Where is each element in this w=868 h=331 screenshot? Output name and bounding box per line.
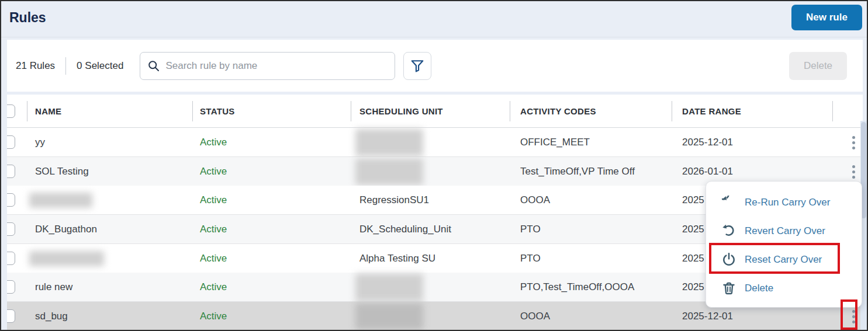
rules-count: 21 Rules [16,60,55,72]
rule-status: Active [200,157,227,186]
menu-item-label: Delete [745,283,773,294]
column-header-name[interactable]: NAME [35,95,61,128]
filter-button[interactable] [403,52,431,80]
rerun-circular-arrow-icon [722,196,736,210]
rule-status: Active [200,244,227,273]
column-header-date-range[interactable]: DATE RANGE [682,95,741,128]
rule-date-range: 2025 [682,244,704,273]
rules-screen: Rules New rule 21 Rules 0 Selected Delet… [0,0,868,331]
rule-status: Active [200,215,227,243]
redacted-rule-name [29,251,104,266]
revert-undo-arrow-icon [722,224,736,238]
row-checkbox[interactable] [7,193,15,207]
rule-status: Active [200,186,227,214]
redacted-scheduling-unit [355,303,423,330]
column-divider [672,101,672,121]
page-header: Rules New rule [1,1,867,37]
column-header-status[interactable]: STATUS [200,95,235,128]
rule-date-range: 2025 [682,273,704,301]
table-row[interactable]: yy Active OFFICE_MEET 2025-12-01 [7,128,863,157]
menu-item-delete[interactable]: Delete [706,274,862,302]
rule-date-range: 2025 [682,215,704,243]
rule-name: rule new [35,273,72,301]
menu-item-revert-carry-over[interactable]: Revert Carry Over [706,217,862,245]
menu-item-reset-carry-over[interactable]: Reset Carry Over [706,245,862,274]
rule-status: Active [200,273,227,301]
row-checkbox[interactable] [7,280,15,294]
filter-funnel-icon [410,59,424,73]
rule-scheduling-unit: Alpha Testing SU [359,244,435,273]
redacted-scheduling-unit [355,129,423,156]
column-header-scheduling-unit[interactable]: SCHEDULING UNIT [359,95,443,128]
rule-status: Active [200,128,227,156]
menu-item-label: Revert Carry Over [745,225,825,237]
row-checkbox[interactable] [7,135,15,149]
selected-count: 0 Selected [77,60,123,72]
rule-name: sd_bug [35,302,68,330]
rule-activity-codes: OOOA [520,186,550,214]
row-checkbox[interactable] [7,165,15,178]
search-input[interactable] [165,60,387,72]
rule-activity-codes: OFFICE_MEET [520,128,590,156]
redacted-scheduling-unit [355,158,423,185]
row-checkbox[interactable] [7,309,15,323]
rule-scheduling-unit: DK_Scheduling_Unit [359,215,451,243]
menu-item-label: Re-Run Carry Over [745,197,830,208]
row-checkbox[interactable] [7,222,15,236]
toolbar-divider [65,57,66,75]
column-divider [27,101,27,121]
rule-activity-codes: OOOA [520,302,550,330]
rule-activity-codes: PTO [520,244,541,273]
column-divider [832,101,833,121]
rule-activity-codes: PTO [520,215,541,243]
rule-scheduling-unit: RegressionSU1 [359,186,429,214]
rule-status: Active [200,302,227,330]
trash-icon [722,281,736,295]
rule-activity-codes: PTO,Test_TimeOff,OOOA [520,273,634,301]
column-divider [510,101,510,121]
rule-activity-codes: Test_TimeOff,VP Time Off [520,157,635,186]
page-title: Rules [9,10,46,26]
power-icon [722,253,736,267]
row-actions-context-menu: Re-Run Carry Over Revert Carry Over Rese… [706,181,862,308]
redacted-scheduling-unit [355,274,423,301]
table-header-row: NAME STATUS SCHEDULING UNIT ACTIVITY COD… [7,95,863,128]
rule-name: yy [35,128,45,156]
rules-toolbar: 21 Rules 0 Selected Delete [7,40,863,92]
search-box [140,52,395,80]
rule-name: DK_Bugathon [35,215,97,243]
search-icon [148,60,160,72]
menu-item-rerun-carry-over[interactable]: Re-Run Carry Over [706,188,862,217]
rule-name: SOL Testing [35,157,89,186]
row-kebab-menu-icon[interactable] [842,128,863,157]
column-header-activity-codes[interactable]: ACTIVITY CODES [520,95,596,128]
redacted-rule-name [29,193,92,208]
column-divider [192,101,193,121]
rule-date-range: 2025-12-01 [682,128,733,156]
rule-date-range: 2025 [682,186,704,214]
select-all-checkbox[interactable] [7,104,15,118]
menu-item-label: Reset Carry Over [745,254,822,266]
delete-button[interactable]: Delete [789,52,847,80]
new-rule-button[interactable]: New rule [791,5,862,30]
row-checkbox[interactable] [7,252,15,265]
column-divider [351,101,351,121]
